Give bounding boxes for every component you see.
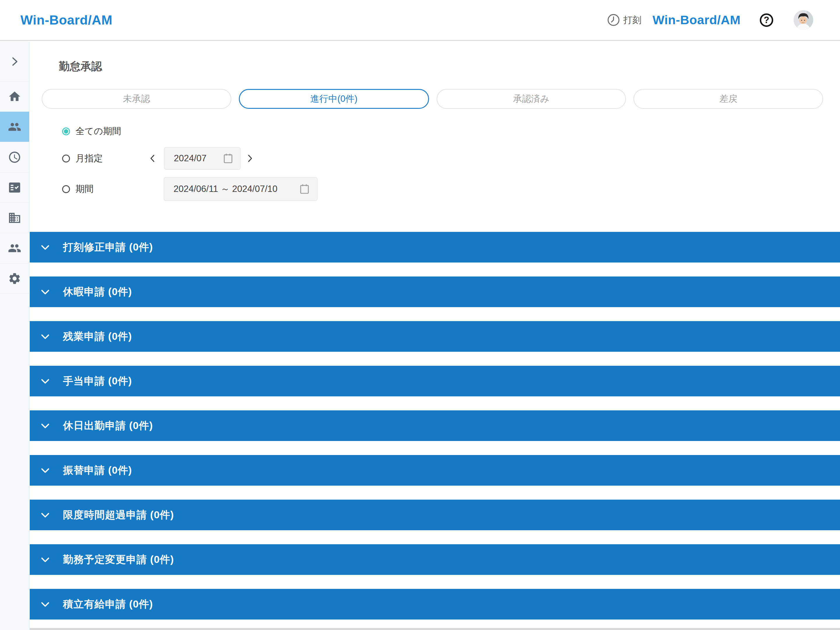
request-section-header[interactable]: 打刻修正申請 (0件) bbox=[30, 232, 840, 262]
month-label[interactable]: 月指定 bbox=[76, 152, 103, 164]
request-section-header[interactable]: 休暇申請 (0件) bbox=[30, 276, 840, 307]
app-logo[interactable]: Win-Board/AM bbox=[21, 13, 112, 28]
chevron-down-icon bbox=[39, 286, 51, 298]
chevron-left-icon bbox=[148, 152, 158, 165]
request-section-header[interactable]: 限度時間超過申請 (0件) bbox=[30, 500, 840, 530]
calendar-icon bbox=[222, 152, 234, 165]
request-section-header[interactable]: 残業申請 (0件) bbox=[30, 321, 840, 352]
prev-month-button[interactable] bbox=[148, 152, 158, 165]
chevron-down-icon bbox=[39, 375, 51, 387]
chevron-right-icon bbox=[245, 152, 255, 165]
chevron-down-icon bbox=[39, 330, 51, 343]
month-picker[interactable]: 2024/07 bbox=[164, 147, 241, 170]
section-label: 振替申請 (0件) bbox=[63, 463, 132, 477]
gear-icon bbox=[8, 272, 21, 285]
sidebar bbox=[0, 42, 30, 630]
calendar-icon bbox=[298, 183, 311, 196]
request-section-header[interactable]: 手当申請 (0件) bbox=[30, 366, 840, 396]
chevron-down-icon bbox=[39, 554, 51, 566]
home-icon bbox=[8, 90, 21, 103]
building-icon bbox=[8, 211, 21, 224]
status-tab[interactable]: 差戻 bbox=[633, 89, 823, 109]
sidebar-item-home[interactable] bbox=[0, 81, 29, 112]
sidebar-item-applications[interactable] bbox=[0, 172, 29, 203]
clock-icon bbox=[8, 150, 21, 164]
section-label: 勤務予定変更申請 (0件) bbox=[63, 553, 174, 567]
main-content: 勤怠承認 未承認 進行中(0件) 承認済み 差戻 全ての期間 月指定 2024/… bbox=[30, 42, 840, 630]
app-header: Win-Board/AM 打刻 Win-Board/AM ? bbox=[0, 0, 840, 41]
status-tab[interactable]: 未承認 bbox=[42, 89, 231, 109]
avatar-image bbox=[794, 10, 813, 30]
request-section-header[interactable]: 勤務予定変更申請 (0件) bbox=[30, 544, 840, 575]
request-section-header[interactable]: 積立有給申請 (0件) bbox=[30, 589, 840, 619]
section-label: 打刻修正申請 (0件) bbox=[63, 240, 153, 254]
sidebar-item-company[interactable] bbox=[0, 203, 29, 233]
people-icon bbox=[8, 242, 21, 255]
status-tabs: 未承認 進行中(0件) 承認済み 差戻 bbox=[42, 89, 823, 109]
help-icon[interactable]: ? bbox=[760, 13, 773, 27]
header-actions: 打刻 Win-Board/AM ? bbox=[607, 10, 813, 30]
date-range-picker[interactable]: 2024/06/11 ～ 2024/07/10 bbox=[164, 177, 317, 201]
month-value: 2024/07 bbox=[174, 153, 207, 164]
radio-all-period[interactable] bbox=[62, 128, 70, 135]
punch-clock-button[interactable]: 打刻 bbox=[607, 13, 641, 27]
range-label[interactable]: 期間 bbox=[76, 183, 94, 195]
filter-month-row: 月指定 2024/07 bbox=[30, 146, 840, 171]
section-label: 限度時間超過申請 (0件) bbox=[63, 508, 174, 522]
next-section-edge bbox=[30, 628, 840, 630]
clock-icon bbox=[607, 13, 621, 27]
section-label: 休暇申請 (0件) bbox=[63, 285, 132, 298]
sidebar-item-settings[interactable] bbox=[0, 264, 29, 294]
people-icon bbox=[8, 120, 21, 134]
chevron-right-icon bbox=[8, 55, 21, 68]
filter-all-period-row: 全ての期間 bbox=[30, 122, 840, 140]
sidebar-item-expand-menu[interactable] bbox=[0, 42, 29, 81]
status-tab[interactable]: 承認済み bbox=[437, 89, 626, 109]
user-avatar[interactable] bbox=[794, 10, 813, 30]
section-label: 休日出勤申請 (0件) bbox=[63, 419, 153, 433]
sidebar-item-time-management[interactable] bbox=[0, 142, 29, 172]
radio-month[interactable] bbox=[62, 155, 70, 163]
all-period-label[interactable]: 全ての期間 bbox=[76, 125, 121, 137]
screen: Win-Board/AM 打刻 Win-Board/AM ? bbox=[0, 0, 840, 630]
app-name-link[interactable]: Win-Board/AM bbox=[652, 13, 741, 27]
section-label: 積立有給申請 (0件) bbox=[63, 597, 153, 611]
request-sections: 打刻修正申請 (0件) 休暇申請 (0件) 残業申請 (0件) 手当申請 (0件… bbox=[30, 232, 840, 630]
filter-range-row: 期間 2024/06/11 ～ 2024/07/10 bbox=[30, 177, 840, 202]
sidebar-item-members[interactable] bbox=[0, 233, 29, 264]
punch-label: 打刻 bbox=[623, 14, 641, 26]
request-section-header[interactable]: 振替申請 (0件) bbox=[30, 455, 840, 486]
help-glyph: ? bbox=[764, 16, 769, 25]
chevron-down-icon bbox=[39, 420, 51, 432]
page-title: 勤怠承認 bbox=[59, 59, 102, 74]
chevron-down-icon bbox=[39, 241, 51, 253]
section-label: 残業申請 (0件) bbox=[63, 330, 132, 343]
fact-check-icon bbox=[8, 181, 21, 194]
section-label: 手当申請 (0件) bbox=[63, 374, 132, 388]
chevron-down-icon bbox=[39, 464, 51, 477]
sidebar-item-attendance-approval[interactable] bbox=[0, 112, 29, 142]
range-value: 2024/06/11 ～ 2024/07/10 bbox=[174, 183, 277, 195]
chevron-down-icon bbox=[39, 509, 51, 521]
request-section-header[interactable]: 休日出勤申請 (0件) bbox=[30, 411, 840, 441]
next-month-button[interactable] bbox=[245, 152, 255, 165]
chevron-down-icon bbox=[39, 598, 51, 611]
radio-range[interactable] bbox=[62, 185, 70, 193]
status-tab[interactable]: 進行中(0件) bbox=[239, 89, 429, 109]
